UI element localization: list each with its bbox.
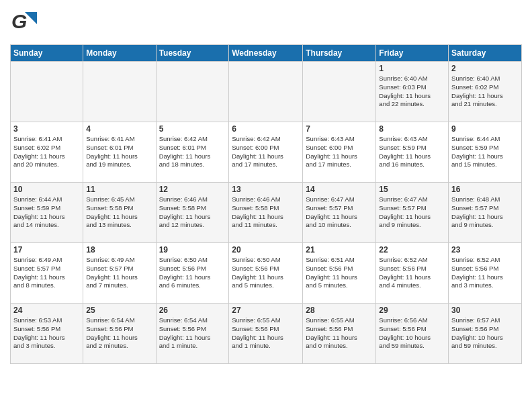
calendar-week-3: 10Sunrise: 6:44 AM Sunset: 5:59 PM Dayli… — [11, 183, 522, 243]
day-number: 13 — [232, 185, 300, 194]
day-number: 25 — [86, 306, 152, 315]
day-info: Sunrise: 6:40 AM Sunset: 6:03 PM Dayligh… — [379, 75, 445, 109]
day-number: 4 — [86, 124, 152, 134]
calendar-cell-2-2: 4Sunrise: 6:41 AM Sunset: 6:01 PM Daylig… — [83, 122, 156, 183]
calendar-header-thursday: Thursday — [303, 45, 376, 62]
day-number: 19 — [159, 245, 226, 255]
day-info: Sunrise: 6:41 AM Sunset: 6:02 PM Dayligh… — [13, 135, 80, 169]
calendar-cell-3-6: 15Sunrise: 6:47 AM Sunset: 5:57 PM Dayli… — [376, 183, 449, 243]
day-number: 2 — [451, 64, 519, 73]
day-number: 1 — [379, 64, 445, 73]
calendar-table: SundayMondayTuesdayWednesdayThursdayFrid… — [10, 44, 522, 364]
day-info: Sunrise: 6:52 AM Sunset: 5:56 PM Dayligh… — [379, 256, 445, 290]
calendar-cell-4-6: 22Sunrise: 6:52 AM Sunset: 5:56 PM Dayli… — [376, 243, 449, 304]
day-info: Sunrise: 6:44 AM Sunset: 5:59 PM Dayligh… — [451, 135, 519, 169]
day-number: 24 — [13, 306, 80, 315]
day-number: 5 — [159, 124, 226, 134]
logo-icon: G — [10, 7, 40, 36]
day-info: Sunrise: 6:48 AM Sunset: 5:57 PM Dayligh… — [451, 195, 519, 230]
calendar-header-sunday: Sunday — [11, 45, 83, 62]
calendar-cell-1-5 — [303, 62, 376, 122]
day-number: 30 — [451, 306, 519, 315]
calendar-cell-2-3: 5Sunrise: 6:42 AM Sunset: 6:01 PM Daylig… — [156, 122, 229, 183]
day-info: Sunrise: 6:54 AM Sunset: 5:56 PM Dayligh… — [159, 316, 226, 351]
day-info: Sunrise: 6:46 AM Sunset: 5:58 PM Dayligh… — [232, 195, 300, 230]
day-info: Sunrise: 6:46 AM Sunset: 5:58 PM Dayligh… — [159, 195, 226, 230]
day-number: 15 — [379, 185, 445, 194]
calendar-cell-5-5: 28Sunrise: 6:55 AM Sunset: 5:56 PM Dayli… — [303, 304, 376, 364]
calendar-header-row: SundayMondayTuesdayWednesdayThursdayFrid… — [11, 45, 522, 62]
day-number: 27 — [232, 306, 300, 315]
calendar-cell-1-3 — [156, 62, 229, 122]
day-info: Sunrise: 6:56 AM Sunset: 5:56 PM Dayligh… — [379, 316, 445, 351]
day-info: Sunrise: 6:52 AM Sunset: 5:56 PM Dayligh… — [451, 256, 519, 290]
calendar-cell-5-2: 25Sunrise: 6:54 AM Sunset: 5:56 PM Dayli… — [83, 304, 156, 364]
day-number: 28 — [306, 306, 373, 315]
main-container: G SundayMondayTuesdayWednesdayThursdayFr… — [0, 0, 532, 371]
calendar-cell-3-7: 16Sunrise: 6:48 AM Sunset: 5:57 PM Dayli… — [449, 183, 522, 243]
calendar-cell-1-4 — [229, 62, 303, 122]
calendar-cell-3-3: 12Sunrise: 6:46 AM Sunset: 5:58 PM Dayli… — [156, 183, 229, 243]
calendar-cell-3-5: 14Sunrise: 6:47 AM Sunset: 5:57 PM Dayli… — [303, 183, 376, 243]
day-number: 17 — [13, 245, 80, 255]
day-number: 14 — [306, 185, 373, 194]
day-info: Sunrise: 6:49 AM Sunset: 5:57 PM Dayligh… — [86, 256, 152, 290]
day-info: Sunrise: 6:44 AM Sunset: 5:59 PM Dayligh… — [13, 195, 80, 230]
day-info: Sunrise: 6:43 AM Sunset: 6:00 PM Dayligh… — [306, 135, 373, 169]
day-number: 10 — [13, 185, 80, 194]
day-number: 9 — [451, 124, 519, 134]
day-number: 12 — [159, 185, 226, 194]
calendar-cell-4-7: 23Sunrise: 6:52 AM Sunset: 5:56 PM Dayli… — [449, 243, 522, 304]
day-number: 26 — [159, 306, 226, 315]
calendar-cell-5-6: 29Sunrise: 6:56 AM Sunset: 5:56 PM Dayli… — [376, 304, 449, 364]
calendar-cell-2-7: 9Sunrise: 6:44 AM Sunset: 5:59 PM Daylig… — [449, 122, 522, 183]
calendar-header-friday: Friday — [376, 45, 449, 62]
day-number: 7 — [306, 124, 373, 134]
day-number: 18 — [86, 245, 152, 255]
day-info: Sunrise: 6:55 AM Sunset: 5:56 PM Dayligh… — [306, 316, 373, 351]
calendar-cell-5-7: 30Sunrise: 6:57 AM Sunset: 5:56 PM Dayli… — [449, 304, 522, 364]
day-number: 20 — [232, 245, 300, 255]
calendar-cell-2-1: 3Sunrise: 6:41 AM Sunset: 6:02 PM Daylig… — [11, 122, 83, 183]
day-info: Sunrise: 6:47 AM Sunset: 5:57 PM Dayligh… — [379, 195, 445, 230]
day-number: 23 — [451, 245, 519, 255]
calendar-cell-4-4: 20Sunrise: 6:50 AM Sunset: 5:56 PM Dayli… — [229, 243, 303, 304]
day-info: Sunrise: 6:42 AM Sunset: 6:01 PM Dayligh… — [159, 135, 226, 169]
day-number: 22 — [379, 245, 445, 255]
calendar-cell-1-7: 2Sunrise: 6:40 AM Sunset: 6:02 PM Daylig… — [449, 62, 522, 122]
day-info: Sunrise: 6:50 AM Sunset: 5:56 PM Dayligh… — [159, 256, 226, 290]
calendar-cell-4-1: 17Sunrise: 6:49 AM Sunset: 5:57 PM Dayli… — [11, 243, 83, 304]
calendar-cell-5-4: 27Sunrise: 6:55 AM Sunset: 5:56 PM Dayli… — [229, 304, 303, 364]
calendar-header-saturday: Saturday — [449, 45, 522, 62]
day-info: Sunrise: 6:53 AM Sunset: 5:56 PM Dayligh… — [13, 316, 80, 351]
calendar-cell-1-1 — [11, 62, 83, 122]
calendar-cell-1-2 — [83, 62, 156, 122]
day-info: Sunrise: 6:43 AM Sunset: 5:59 PM Dayligh… — [379, 135, 445, 169]
day-info: Sunrise: 6:51 AM Sunset: 5:56 PM Dayligh… — [306, 256, 373, 290]
calendar-cell-2-5: 7Sunrise: 6:43 AM Sunset: 6:00 PM Daylig… — [303, 122, 376, 183]
day-info: Sunrise: 6:42 AM Sunset: 6:00 PM Dayligh… — [232, 135, 300, 169]
calendar-cell-3-4: 13Sunrise: 6:46 AM Sunset: 5:58 PM Dayli… — [229, 183, 303, 243]
day-number: 3 — [13, 124, 80, 134]
calendar-week-4: 17Sunrise: 6:49 AM Sunset: 5:57 PM Dayli… — [11, 243, 522, 304]
day-info: Sunrise: 6:45 AM Sunset: 5:58 PM Dayligh… — [86, 195, 152, 230]
svg-text:G: G — [11, 10, 27, 32]
day-info: Sunrise: 6:55 AM Sunset: 5:56 PM Dayligh… — [232, 316, 300, 351]
calendar-cell-5-1: 24Sunrise: 6:53 AM Sunset: 5:56 PM Dayli… — [11, 304, 83, 364]
calendar-cell-2-6: 8Sunrise: 6:43 AM Sunset: 5:59 PM Daylig… — [376, 122, 449, 183]
calendar-cell-4-3: 19Sunrise: 6:50 AM Sunset: 5:56 PM Dayli… — [156, 243, 229, 304]
day-number: 29 — [379, 306, 445, 315]
day-number: 11 — [86, 185, 152, 194]
calendar-week-2: 3Sunrise: 6:41 AM Sunset: 6:02 PM Daylig… — [11, 122, 522, 183]
day-info: Sunrise: 6:40 AM Sunset: 6:02 PM Dayligh… — [451, 75, 519, 109]
calendar-cell-5-3: 26Sunrise: 6:54 AM Sunset: 5:56 PM Dayli… — [156, 304, 229, 364]
day-info: Sunrise: 6:41 AM Sunset: 6:01 PM Dayligh… — [86, 135, 152, 169]
day-info: Sunrise: 6:54 AM Sunset: 5:56 PM Dayligh… — [86, 316, 152, 351]
header: G — [10, 7, 522, 39]
logo: G — [10, 7, 42, 39]
day-info: Sunrise: 6:50 AM Sunset: 5:56 PM Dayligh… — [232, 256, 300, 290]
day-number: 8 — [379, 124, 445, 134]
calendar-cell-4-2: 18Sunrise: 6:49 AM Sunset: 5:57 PM Dayli… — [83, 243, 156, 304]
calendar-cell-4-5: 21Sunrise: 6:51 AM Sunset: 5:56 PM Dayli… — [303, 243, 376, 304]
day-number: 16 — [451, 185, 519, 194]
